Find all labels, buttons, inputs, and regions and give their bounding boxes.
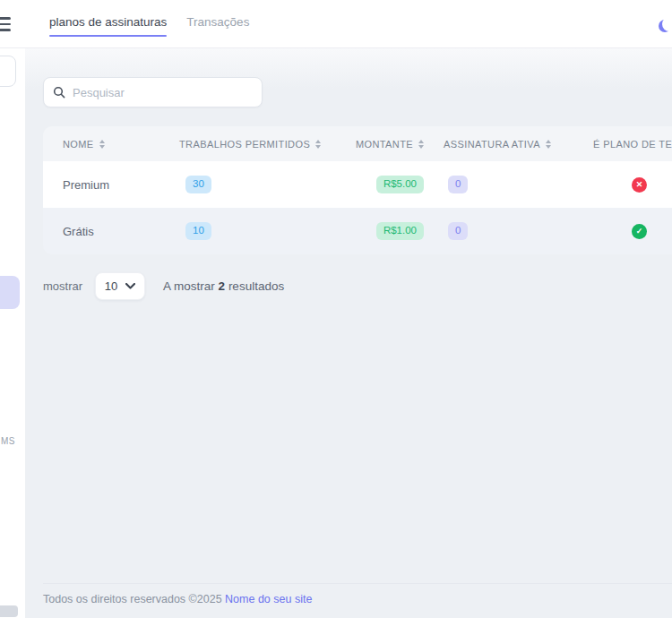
active-subscriptions-badge: 0 [448,222,468,239]
table-row: Premium 30 R$5.00 0 ✕ [43,161,672,208]
column-header-amount[interactable]: MONTANTE [361,139,444,150]
sidebar: MS [0,48,25,618]
allowed-jobs-badge: 10 [185,222,211,239]
plan-name: Grátis [43,225,179,238]
table-row: Grátis 10 R$1.00 0 ✓ [43,208,672,254]
page-size-select[interactable]: 10 [95,272,145,300]
check-circle-icon: ✓ [632,224,647,239]
site-name-link[interactable]: Nome do seu site [225,593,312,605]
search-box [43,77,263,107]
copyright-text: Todos os direitos reservados ©2025 [43,593,222,605]
dark-mode-moon-icon[interactable] [662,17,672,31]
results-summary: A mostrar 2 resultados [163,279,284,293]
search-icon [53,86,65,99]
active-tab-underline [49,35,167,37]
table-header-row: NOME TRABALHOS PERMITIDOS MONTANTE ASSIN… [43,126,672,161]
plan-name: Premium [43,178,179,192]
search-input[interactable] [73,86,253,99]
sidebar-search-input[interactable] [0,56,16,87]
sidebar-active-menu-item[interactable] [0,276,20,309]
pagination-bar: mostrar 10 A mostrar 2 resultados [43,270,284,301]
show-label: mostrar [43,279,82,293]
sort-icon [546,140,551,149]
sort-icon [418,140,424,149]
plans-table: NOME TRABALHOS PERMITIDOS MONTANTE ASSIN… [43,126,672,254]
results-count: 2 [219,279,226,293]
column-header-name[interactable]: NOME [43,139,179,150]
page-size-value: 10 [105,279,117,293]
column-header-active-subscription[interactable]: ASSINATURA ATIVA [444,139,593,150]
allowed-jobs-badge: 30 [185,176,211,193]
column-header-allowed-jobs[interactable]: TRABALHOS PERMITIDOS [179,139,361,150]
top-tabs: planos de assinaturas Transações [49,15,249,37]
sidebar-item-label: MS [1,436,15,446]
sort-icon [99,140,105,149]
tab-subscription-plans[interactable]: planos de assinaturas [49,15,167,37]
sort-icon [315,140,321,149]
active-subscriptions-badge: 0 [448,176,468,193]
footer-divider [43,583,672,584]
amount-badge: R$1.00 [376,222,424,239]
tab-label: planos de assinaturas [49,15,167,29]
tab-transactions[interactable]: Transações [186,15,249,37]
footer: Todos os direitos reservados ©2025 Nome … [43,593,312,605]
menu-toggle-icon[interactable] [0,17,11,31]
sidebar-bottom-element[interactable] [0,605,18,617]
app-header: planos de assinaturas Transações [0,0,672,48]
amount-badge: R$5.00 [376,176,424,193]
chevron-down-icon [125,283,135,289]
tab-label: Transações [186,15,249,29]
x-circle-icon: ✕ [632,177,647,193]
column-header-is-test-plan[interactable]: É PLANO DE TESTE [593,139,672,150]
